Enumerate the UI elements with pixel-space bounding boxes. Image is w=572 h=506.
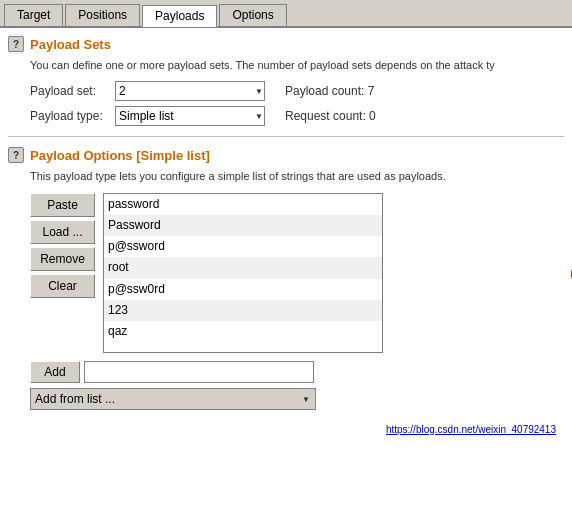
tab-bar: Target Positions Payloads Options — [0, 0, 572, 28]
load-button[interactable]: Load ... — [30, 220, 95, 244]
payload-sets-desc: You can define one or more payload sets.… — [30, 58, 564, 73]
payload-sets-header: ? Payload Sets — [8, 36, 564, 52]
payload-type-label: Payload type: — [30, 109, 115, 123]
payload-options-desc: This payload type lets you configure a s… — [30, 169, 564, 184]
add-button[interactable]: Add — [30, 361, 80, 383]
payload-sets-title: Payload Sets — [30, 37, 111, 52]
main-content: ? Payload Sets You can define one or mor… — [0, 28, 572, 506]
tab-target[interactable]: Target — [4, 4, 63, 26]
list-item[interactable]: qaz — [104, 321, 382, 342]
payload-count-label: Payload count: 7 — [285, 84, 374, 98]
list-item[interactable]: p@ssw0rd — [104, 279, 382, 300]
tab-positions[interactable]: Positions — [65, 4, 140, 26]
section-divider — [8, 136, 564, 137]
payload-list[interactable]: passwordPasswordp@sswordrootp@ssw0rd123q… — [103, 193, 383, 353]
help-icon-payload-options[interactable]: ? — [8, 147, 24, 163]
payload-options-section: ? Payload Options [Simple list] This pay… — [8, 147, 564, 409]
payload-set-row: Payload set: 1 2 3 4 Payload count: 7 — [30, 81, 564, 101]
paste-button[interactable]: Paste — [30, 193, 95, 217]
add-from-list-wrapper: Add from list ... — [30, 388, 316, 410]
payload-options-title: Payload Options [Simple list] — [30, 148, 210, 163]
remove-button[interactable]: Remove — [30, 247, 95, 271]
add-row: Add — [30, 361, 564, 383]
watermark: https://blog.csdn.net/weixin_40792413 — [8, 420, 564, 437]
list-item[interactable]: root — [104, 257, 382, 278]
list-item[interactable]: password — [104, 194, 382, 215]
list-item[interactable]: p@ssword — [104, 236, 382, 257]
action-buttons: Paste Load ... Remove Clear — [30, 193, 95, 353]
payload-set-select-wrapper: 1 2 3 4 — [115, 81, 265, 101]
arrow-icon: ► — [568, 265, 572, 281]
list-container: passwordPasswordp@sswordrootp@ssw0rd123q… — [103, 193, 564, 353]
clear-button[interactable]: Clear — [30, 274, 95, 298]
request-count-label: Request count: 0 — [285, 109, 376, 123]
payload-options-header: ? Payload Options [Simple list] — [8, 147, 564, 163]
help-icon-payload-sets[interactable]: ? — [8, 36, 24, 52]
payload-set-label: Payload set: — [30, 84, 115, 98]
payload-sets-section: ? Payload Sets You can define one or mor… — [8, 36, 564, 126]
tab-options[interactable]: Options — [219, 4, 286, 26]
payload-set-select[interactable]: 1 2 3 4 — [115, 81, 265, 101]
list-item[interactable]: 123 — [104, 300, 382, 321]
add-input[interactable] — [84, 361, 314, 383]
payload-options-area: Paste Load ... Remove Clear passwordPass… — [30, 193, 564, 353]
payload-type-select[interactable]: Simple list Runtime file Custom iterator… — [115, 106, 265, 126]
list-item[interactable]: Password — [104, 215, 382, 236]
add-from-list-select[interactable]: Add from list ... — [30, 388, 316, 410]
payload-type-row: Payload type: Simple list Runtime file C… — [30, 106, 564, 126]
payload-type-select-wrapper: Simple list Runtime file Custom iterator… — [115, 106, 265, 126]
add-from-list-row: Add from list ... — [30, 388, 564, 410]
tab-payloads[interactable]: Payloads — [142, 5, 217, 27]
